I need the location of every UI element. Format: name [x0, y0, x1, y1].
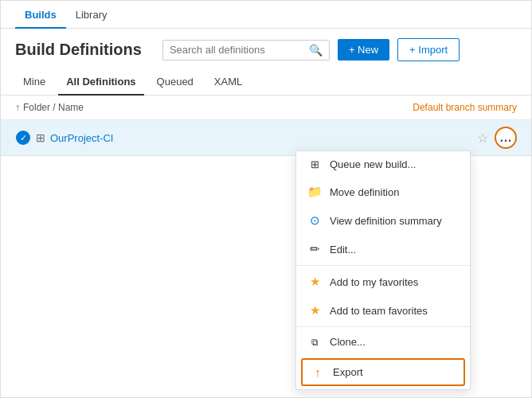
- sub-tabs: Mine All Definitions Queued XAML: [1, 71, 531, 96]
- page-title: Build Definitions: [15, 41, 142, 59]
- move-definition-icon: 📁: [307, 185, 322, 199]
- menu-item-clone[interactable]: ⧉ Clone...: [296, 329, 470, 355]
- search-container: 🔍: [162, 40, 330, 60]
- sort-arrow-icon: ↑: [15, 102, 20, 113]
- table-header: ↑ Folder / Name Default branch summary: [1, 96, 531, 120]
- nav-tabs: Builds Library: [1, 1, 531, 29]
- view-summary-icon: ⊙: [307, 213, 322, 228]
- row-checkbox[interactable]: ✓: [15, 131, 31, 145]
- table-row: ✓ ⊞ OurProject-CI ☆ … ⊞ Queue new build.…: [1, 120, 531, 156]
- search-icon: 🔍: [309, 44, 323, 57]
- divider-1: [296, 265, 470, 266]
- tab-builds[interactable]: Builds: [15, 1, 66, 29]
- definition-icon: ⊞: [36, 131, 45, 144]
- queue-build-icon: ⊞: [307, 158, 322, 170]
- tab-mine[interactable]: Mine: [15, 71, 53, 96]
- team-favorites-icon: ★: [307, 303, 322, 318]
- context-menu: ⊞ Queue new build... 📁 Move definition ⊙…: [295, 150, 471, 390]
- definition-name[interactable]: OurProject-CI: [50, 132, 477, 144]
- tab-all-definitions[interactable]: All Definitions: [58, 71, 143, 96]
- header-row: Build Definitions 🔍 + New + Import: [1, 29, 531, 71]
- menu-item-add-team-favorites[interactable]: ★ Add to team favorites: [296, 296, 470, 325]
- tab-queued[interactable]: Queued: [149, 71, 201, 96]
- tab-library[interactable]: Library: [66, 1, 117, 29]
- import-button[interactable]: + Import: [397, 38, 460, 61]
- menu-item-queue-build[interactable]: ⊞ Queue new build...: [296, 151, 470, 178]
- menu-item-move-definition[interactable]: 📁 Move definition: [296, 178, 470, 206]
- check-icon: ✓: [16, 131, 30, 145]
- export-icon: ↑: [311, 365, 325, 379]
- tab-xaml[interactable]: XAML: [206, 71, 250, 96]
- menu-item-view-summary[interactable]: ⊙ View definition summary: [296, 206, 470, 235]
- menu-item-edit[interactable]: ✏ Edit...: [296, 235, 470, 263]
- my-favorites-icon: ★: [307, 275, 322, 289]
- divider-2: [296, 326, 470, 327]
- edit-icon: ✏: [307, 242, 322, 256]
- menu-item-export[interactable]: ↑ Export: [301, 358, 465, 386]
- more-options-button[interactable]: …: [495, 127, 517, 149]
- new-button[interactable]: + New: [338, 39, 389, 60]
- clone-icon: ⧉: [307, 337, 322, 348]
- col-branch-summary: Default branch summary: [413, 102, 517, 113]
- menu-item-add-my-favorites[interactable]: ★ Add to my favorites: [296, 267, 470, 296]
- col-folder-name[interactable]: ↑ Folder / Name: [15, 102, 84, 113]
- favorite-star-icon[interactable]: ☆: [477, 131, 488, 146]
- search-input[interactable]: [170, 44, 309, 56]
